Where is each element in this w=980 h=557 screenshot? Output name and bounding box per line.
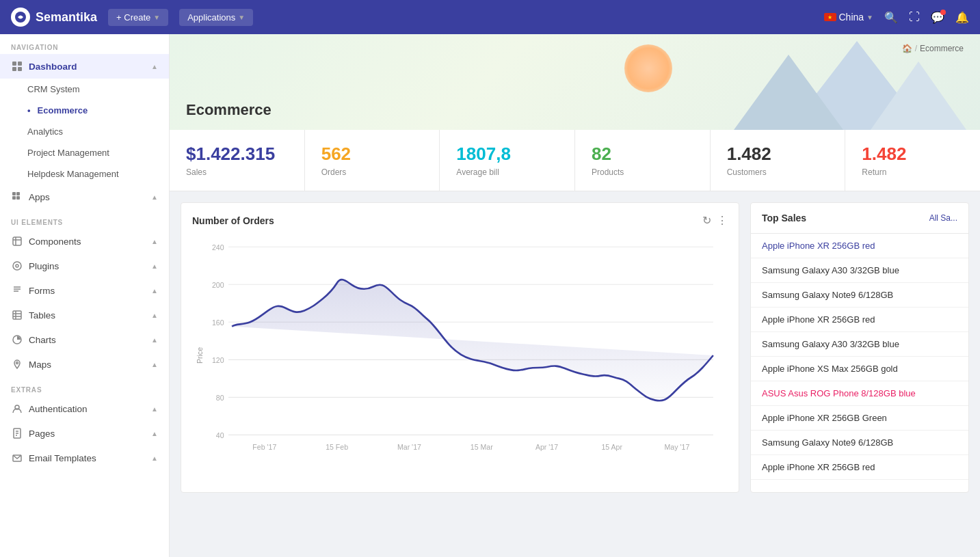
sales-item-7[interactable]: Apple iPhone XR 256GB Green xyxy=(751,406,968,431)
forms-chevron-icon: ▲ xyxy=(151,287,158,295)
svg-rect-7 xyxy=(12,196,16,200)
sidebar-sub-crm[interactable]: CRM System xyxy=(0,79,169,100)
sidebar-sub-analytics[interactable]: Analytics xyxy=(0,121,169,142)
svg-point-10 xyxy=(13,262,21,270)
authentication-chevron-icon: ▲ xyxy=(151,405,158,413)
sidebar-item-pages[interactable]: Pages ▲ xyxy=(0,421,169,446)
sidebar-item-email-templates[interactable]: Email Templates ▲ xyxy=(0,446,169,470)
email-icon xyxy=(11,452,23,464)
stat-card-5: 1.482 Return xyxy=(845,130,980,191)
create-button[interactable]: + Create ▼ xyxy=(108,9,168,26)
mountain-small xyxy=(871,62,966,130)
sidebar-item-authentication[interactable]: Authentication ▲ xyxy=(0,396,169,421)
content-area: Ecommerce 🏠 / Ecommerce $1.422.315 Sales… xyxy=(170,34,980,557)
charts-label: Charts xyxy=(29,335,56,345)
pages-icon xyxy=(11,427,23,439)
sidebar-item-maps[interactable]: Maps ▲ xyxy=(0,352,169,377)
plugins-label: Plugins xyxy=(29,261,59,271)
sales-item-8[interactable]: Samsung Galaxy Note9 6/128GB xyxy=(751,431,968,455)
svg-text:Price: Price xyxy=(196,347,204,364)
chart-actions: ↻ ⋮ xyxy=(702,214,728,227)
forms-icon xyxy=(11,284,23,297)
sales-list: Apple iPhone XR 256GB redSamsung Galaxy … xyxy=(751,234,968,480)
applications-button[interactable]: Applications ▼ xyxy=(179,9,253,26)
sidebar-item-forms[interactable]: Forms ▲ xyxy=(0,278,169,303)
pages-label: Pages xyxy=(29,429,55,439)
tables-icon xyxy=(11,309,23,321)
stat-card-3: 82 Products xyxy=(575,130,711,191)
sidebar-item-components[interactable]: Components ▲ xyxy=(0,229,169,254)
fullscreen-button[interactable]: ⛶ xyxy=(909,11,920,23)
svg-rect-3 xyxy=(12,67,16,71)
sidebar-item-charts[interactable]: Charts ▲ xyxy=(0,327,169,352)
region-selector[interactable]: ★ China ▼ xyxy=(824,12,874,23)
maps-icon xyxy=(11,358,23,370)
svg-text:May '17: May '17 xyxy=(665,443,690,451)
all-sales-link[interactable]: All Sa... xyxy=(929,213,957,223)
main-layout: NAVIGATION Dashboard ▲ CRM System Ecomme… xyxy=(0,34,980,557)
authentication-icon xyxy=(11,403,23,415)
sales-item-0[interactable]: Apple iPhone XR 256GB red xyxy=(751,234,968,258)
chart-header: Number of Orders ↻ ⋮ xyxy=(192,214,728,227)
sidebar-item-apps[interactable]: Apps ▲ xyxy=(0,185,169,209)
apps-chevron-icon: ▲ xyxy=(151,193,158,201)
dashboard-label: Dashboard xyxy=(29,62,77,72)
stat-label-3: Products xyxy=(592,167,693,177)
components-label: Components xyxy=(29,236,81,247)
forms-label: Forms xyxy=(29,286,55,296)
svg-rect-8 xyxy=(16,196,20,200)
sidebar-sub-project[interactable]: Project Management xyxy=(0,142,169,163)
svg-text:Feb '17: Feb '17 xyxy=(252,443,276,451)
dashboard-chevron-icon: ▲ xyxy=(151,63,158,70)
applications-chevron-icon: ▼ xyxy=(238,14,245,21)
chart-refresh-button[interactable]: ↻ xyxy=(702,214,711,227)
sales-item-6[interactable]: ASUS Asus ROG Phone 8/128GB blue xyxy=(751,381,968,406)
stat-card-2: 1807,8 Average bill xyxy=(440,130,575,191)
top-navbar: Semantika + Create ▼ Applications ▼ ★ Ch… xyxy=(0,0,980,34)
tables-chevron-icon: ▲ xyxy=(151,312,158,319)
search-button[interactable]: 🔍 xyxy=(884,11,898,24)
sidebar-sub-ecommerce[interactable]: Ecommerce xyxy=(0,100,169,121)
svg-point-11 xyxy=(16,264,18,267)
region-chevron-icon: ▼ xyxy=(866,14,873,21)
dashboard-icon xyxy=(11,60,23,72)
stat-label-0: Sales xyxy=(186,167,288,177)
plugins-icon xyxy=(11,260,23,272)
top-sales-header: Top Sales All Sa... xyxy=(751,203,968,234)
breadcrumb: 🏠 / Ecommerce xyxy=(902,44,964,53)
notifications-button[interactable]: 🔔 xyxy=(955,11,969,24)
svg-text:15 Mar: 15 Mar xyxy=(471,443,493,451)
stat-value-3: 82 xyxy=(592,144,693,165)
sales-item-3[interactable]: Apple iPhone XR 256GB red xyxy=(751,308,968,332)
sidebar-item-dashboard[interactable]: Dashboard ▲ xyxy=(0,54,169,79)
sales-item-1[interactable]: Samsung Galaxy A30 3/32GB blue xyxy=(751,258,968,283)
apps-icon xyxy=(11,191,23,203)
sales-item-5[interactable]: Apple iPhone XS Max 256GB gold xyxy=(751,357,968,381)
sales-item-4[interactable]: Samsung Galaxy A30 3/32GB blue xyxy=(751,332,968,357)
sidebar-item-plugins[interactable]: Plugins ▲ xyxy=(0,254,169,278)
sidebar-sub-helpdesk[interactable]: Helpdesk Management xyxy=(0,163,169,185)
messages-button[interactable]: 💬 xyxy=(931,11,944,24)
logo-text: Semantika xyxy=(36,10,97,25)
breadcrumb-home[interactable]: 🏠 xyxy=(902,44,912,53)
plugins-chevron-icon: ▲ xyxy=(151,262,158,270)
sidebar-item-tables[interactable]: Tables ▲ xyxy=(0,303,169,327)
page-title: Ecommerce xyxy=(186,101,272,119)
pages-chevron-icon: ▲ xyxy=(151,430,158,437)
stat-value-4: 1.482 xyxy=(727,144,829,165)
sidebar: NAVIGATION Dashboard ▲ CRM System Ecomme… xyxy=(0,34,170,557)
stat-label-5: Return xyxy=(862,167,964,177)
bell-icon: 🔔 xyxy=(955,11,969,24)
tables-label: Tables xyxy=(29,310,55,321)
logo[interactable]: Semantika xyxy=(11,8,97,27)
svg-rect-5 xyxy=(12,192,16,195)
email-chevron-icon: ▲ xyxy=(151,454,158,462)
svg-text:Mar '17: Mar '17 xyxy=(397,443,421,451)
svg-text:80: 80 xyxy=(216,394,224,402)
hero-sun xyxy=(624,44,672,92)
sales-item-9[interactable]: Apple iPhone XR 256GB red xyxy=(751,455,968,480)
stat-value-5: 1.482 xyxy=(862,144,964,165)
svg-text:Apr '17: Apr '17 xyxy=(535,443,558,451)
chart-more-button[interactable]: ⋮ xyxy=(717,214,728,227)
sales-item-2[interactable]: Samsung Galaxy Note9 6/128GB xyxy=(751,283,968,308)
